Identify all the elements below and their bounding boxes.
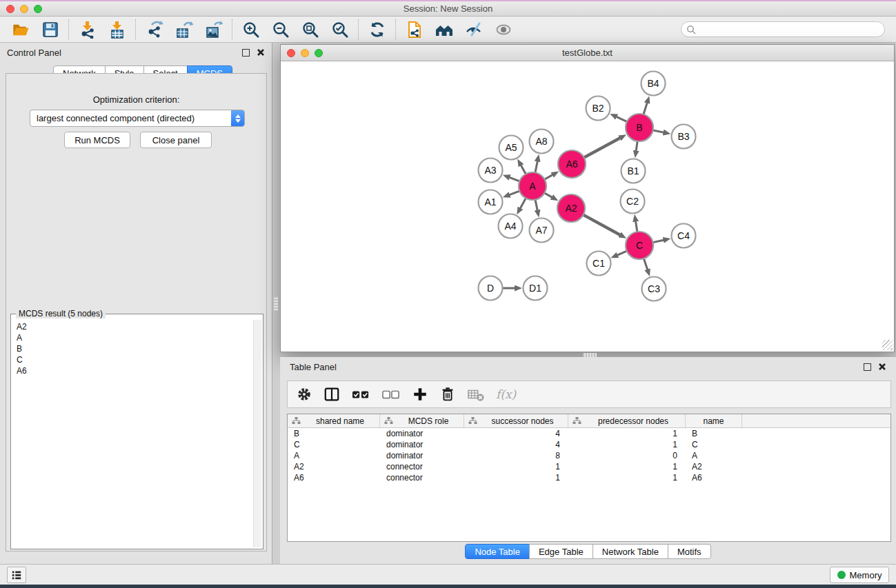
- window-resize-grip[interactable]: [882, 340, 893, 350]
- search-input[interactable]: [699, 25, 884, 34]
- show-graphics-details-icon[interactable]: [459, 18, 488, 41]
- network-graph[interactable]: B4B2BB3A8A5A6A3B1AA1C2A2A4A7C4CC1C3DD1: [281, 61, 894, 352]
- table-cell[interactable]: dominator: [380, 450, 464, 461]
- table-cell[interactable]: A2: [288, 461, 380, 472]
- add-column-icon[interactable]: [412, 386, 428, 403]
- optimization-criterion-dropdown[interactable]: largest connected component (directed): [30, 110, 245, 127]
- table-row[interactable]: A6connector11A6: [288, 472, 890, 483]
- graph-node-label: A8: [535, 136, 547, 147]
- result-item[interactable]: B: [14, 343, 252, 354]
- optimization-criterion-label: Optimization criterion:: [6, 94, 266, 105]
- task-list-icon: [11, 569, 22, 580]
- close-panel-button[interactable]: Close panel: [140, 132, 212, 148]
- float-table-panel-icon[interactable]: [864, 363, 871, 371]
- result-item[interactable]: A: [14, 332, 252, 343]
- table-cell[interactable]: 1: [464, 472, 568, 483]
- delete-table-icon[interactable]: [467, 386, 485, 403]
- column-header-MCDS-role[interactable]: MCDS role: [380, 414, 464, 427]
- column-header-label: shared name: [301, 416, 379, 426]
- zoom-fit-icon[interactable]: [295, 18, 325, 41]
- unselect-all-columns-icon[interactable]: [381, 386, 401, 403]
- table-cell[interactable]: A6: [288, 472, 380, 483]
- result-item[interactable]: A6: [14, 365, 252, 376]
- table-cell[interactable]: 1: [568, 461, 686, 472]
- column-header-label: MCDS role: [393, 416, 464, 426]
- mcds-result-title: MCDS result (5 nodes): [16, 309, 106, 318]
- table-cell[interactable]: 1: [568, 472, 686, 483]
- table-settings-icon[interactable]: [296, 386, 312, 403]
- column-header-name[interactable]: name: [686, 414, 742, 427]
- export-table-icon[interactable]: [169, 18, 199, 41]
- table-cell[interactable]: connector: [380, 461, 464, 472]
- zoom-out-icon[interactable]: [266, 18, 295, 41]
- search-field[interactable]: [681, 21, 885, 37]
- run-mcds-button[interactable]: Run MCDS: [64, 132, 130, 148]
- desktop-edge-bottom: [0, 585, 896, 588]
- function-builder-icon[interactable]: f(x): [496, 387, 516, 401]
- table-cell[interactable]: 4: [464, 428, 568, 439]
- tab-motifs[interactable]: Motifs: [668, 544, 711, 559]
- graph-edge-A2-C[interactable]: [582, 214, 620, 235]
- tab-network-table[interactable]: Network Table: [593, 544, 668, 559]
- table-cell[interactable]: A: [288, 450, 380, 461]
- table-cell[interactable]: 1: [568, 439, 686, 450]
- table-panel-header: Table Panel: [280, 357, 896, 376]
- column-header-label: successor nodes: [477, 416, 568, 426]
- export-network-icon[interactable]: [139, 18, 169, 41]
- table-cell[interactable]: A6: [686, 472, 742, 483]
- delete-columns-icon[interactable]: [439, 386, 456, 403]
- graph-node-label: B4: [647, 78, 659, 89]
- table-row[interactable]: Bdominator41B: [288, 428, 890, 439]
- table-row[interactable]: Adominator80A: [288, 450, 890, 461]
- result-item[interactable]: A2: [14, 321, 252, 332]
- table-row[interactable]: A2connector11A2: [288, 461, 890, 472]
- column-header-successor-nodes[interactable]: successor nodes: [464, 414, 568, 427]
- tab-edge-table[interactable]: Edge Table: [529, 544, 593, 559]
- first-neighbors-icon[interactable]: [429, 18, 459, 41]
- network-canvas[interactable]: B4B2BB3A8A5A6A3B1AA1C2A2A4A7C4CC1C3DD1: [281, 61, 894, 352]
- table-cell[interactable]: 1: [464, 461, 568, 472]
- table-cell[interactable]: B: [288, 428, 380, 439]
- table-cell[interactable]: C: [288, 439, 380, 450]
- task-history-button[interactable]: [7, 567, 26, 583]
- export-image-icon[interactable]: [199, 18, 228, 41]
- tab-node-table[interactable]: Node Table: [465, 544, 530, 559]
- graph-node-label: A4: [504, 221, 516, 232]
- import-network-icon[interactable]: [72, 18, 102, 41]
- table-cell[interactable]: dominator: [380, 428, 464, 439]
- column-header-predecessor-nodes[interactable]: predecessor nodes: [568, 414, 686, 427]
- close-table-panel-icon[interactable]: [878, 363, 886, 371]
- save-session-icon[interactable]: [35, 18, 65, 41]
- graph-edge-A6-B[interactable]: [583, 138, 620, 158]
- select-all-columns-icon[interactable]: [351, 386, 370, 403]
- zoom-in-icon[interactable]: [236, 18, 266, 41]
- result-item[interactable]: C: [14, 354, 252, 365]
- memory-status-icon: [837, 571, 846, 579]
- open-file-icon[interactable]: [6, 18, 35, 41]
- zoom-selected-icon[interactable]: [325, 18, 355, 41]
- table-cell[interactable]: 4: [464, 439, 568, 450]
- column-header-shared-name[interactable]: shared name: [288, 414, 380, 427]
- memory-button[interactable]: Memory: [830, 567, 889, 583]
- dropdown-stepper-icon: [231, 110, 244, 126]
- result-list-scrollbar[interactable]: [253, 320, 261, 547]
- vertical-divider-grip[interactable]: [274, 296, 278, 310]
- refresh-view-icon[interactable]: [362, 18, 392, 41]
- new-network-from-file-icon[interactable]: [399, 18, 429, 41]
- hide-graphics-details-icon[interactable]: [488, 18, 518, 41]
- table-cell[interactable]: 8: [464, 450, 568, 461]
- table-cell[interactable]: B: [686, 428, 742, 439]
- table-cell[interactable]: 1: [568, 428, 686, 439]
- table-cell[interactable]: dominator: [380, 439, 464, 450]
- table-cell[interactable]: A: [686, 450, 742, 461]
- table-row[interactable]: Cdominator41C: [288, 439, 890, 450]
- close-panel-icon[interactable]: [257, 48, 265, 57]
- mcds-tab-content: Optimization criterion: largest connecte…: [6, 73, 267, 551]
- panel-mode-icon[interactable]: [323, 386, 340, 403]
- float-panel-icon[interactable]: [242, 49, 250, 57]
- table-cell[interactable]: 0: [568, 450, 686, 461]
- table-cell[interactable]: C: [686, 439, 742, 450]
- table-cell[interactable]: A2: [686, 461, 742, 472]
- table-cell[interactable]: connector: [380, 472, 464, 483]
- import-table-icon[interactable]: [102, 18, 132, 41]
